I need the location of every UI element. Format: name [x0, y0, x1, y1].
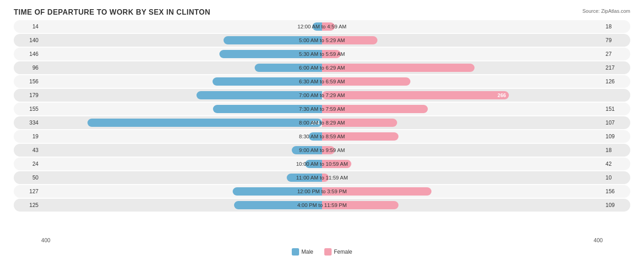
female-value: 18: [603, 147, 630, 153]
male-value: 155: [14, 106, 41, 112]
female-bar: 266: [322, 91, 509, 99]
male-value: 156: [14, 78, 41, 85]
chart-row: 1557:30 AM to 7:59 AM151: [14, 103, 630, 115]
male-value: 14: [14, 23, 41, 30]
bar-section: 6:00 AM to 6:29 AM: [41, 61, 603, 74]
legend: Male Female: [14, 248, 630, 256]
male-bar: 334: [87, 119, 322, 127]
male-value: 50: [14, 174, 41, 181]
female-value: 156: [603, 188, 630, 195]
male-value: 127: [14, 188, 41, 195]
female-value: 10: [603, 174, 630, 181]
time-label: 8:00 AM to 8:29 AM: [299, 120, 345, 125]
male-value: 146: [14, 51, 41, 57]
male-value: 24: [14, 161, 41, 167]
male-value: 334: [14, 120, 41, 126]
bar-section: 7:00 AM to 7:29 AM266: [41, 89, 603, 102]
chart-row: 3348:00 AM to 8:29 AM334107: [14, 116, 630, 129]
bar-section: 11:00 AM to 11:59 AM: [41, 171, 603, 184]
chart-title: TIME OF DEPARTURE TO WORK BY SEX IN CLIN…: [14, 8, 630, 16]
chart-row: 2410:00 AM to 10:59 AM42: [14, 158, 630, 170]
female-value: 107: [603, 120, 630, 126]
time-label: 5:30 AM to 5:59 AM: [299, 51, 345, 57]
female-value: 109: [603, 133, 630, 140]
female-value: 42: [603, 161, 630, 167]
time-label: 8:30 AM to 8:59 AM: [299, 134, 345, 139]
time-label: 7:30 AM to 7:59 AM: [299, 106, 345, 112]
chart-row: 1797:00 AM to 7:29 AM266: [14, 89, 630, 102]
legend-male: Male: [292, 248, 313, 256]
chart-container: TIME OF DEPARTURE TO WORK BY SEX IN CLIN…: [0, 0, 644, 272]
time-label: 10:00 AM to 10:59 AM: [296, 161, 348, 167]
male-value: 125: [14, 202, 41, 208]
male-value: 19: [14, 133, 41, 140]
time-label: 5:00 AM to 5:29 AM: [299, 38, 345, 43]
chart-row: 12712:00 PM to 3:59 PM156: [14, 185, 630, 198]
bar-section: 5:30 AM to 5:59 AM: [41, 48, 603, 60]
female-value: 109: [603, 202, 630, 208]
chart-row: 198:30 AM to 8:59 AM109: [14, 130, 630, 143]
female-value: 18: [603, 23, 630, 30]
time-label: 6:30 AM to 6:59 AM: [299, 79, 345, 84]
legend-female-box: [324, 248, 332, 256]
bar-section: 4:00 PM to 11:59 PM: [41, 199, 603, 212]
chart-row: 1405:00 AM to 5:29 AM79: [14, 34, 630, 47]
time-label: 6:00 AM to 6:29 AM: [299, 65, 345, 71]
source-label: Source: ZipAtlas.com: [582, 8, 630, 14]
male-value: 179: [14, 92, 41, 98]
chart-row: 1566:30 AM to 6:59 AM126: [14, 75, 630, 88]
chart-row: 1412:00 AM to 4:59 AM18: [14, 20, 630, 33]
bar-section: 7:30 AM to 7:59 AM: [41, 103, 603, 115]
legend-female-label: Female: [334, 249, 352, 255]
chart-area: 1412:00 AM to 4:59 AM181405:00 AM to 5:2…: [14, 20, 630, 234]
chart-row: 966:00 AM to 6:29 AM217: [14, 61, 630, 74]
axis-left: 400: [41, 237, 50, 244]
chart-row: 5011:00 AM to 11:59 AM10: [14, 171, 630, 184]
bar-section: 9:00 AM to 9:59 AM: [41, 144, 603, 157]
bar-section: 12:00 AM to 4:59 AM: [41, 20, 603, 33]
time-label: 9:00 AM to 9:59 AM: [299, 147, 345, 153]
chart-row: 439:00 AM to 9:59 AM18: [14, 144, 630, 157]
female-value: 27: [603, 51, 630, 57]
time-label: 7:00 AM to 7:29 AM: [299, 92, 345, 98]
male-value: 96: [14, 65, 41, 71]
legend-male-label: Male: [301, 249, 313, 255]
male-value: 43: [14, 147, 41, 153]
chart-row: 1465:30 AM to 5:59 AM27: [14, 48, 630, 60]
time-label: 12:00 PM to 3:59 PM: [297, 189, 347, 194]
bar-section: 5:00 AM to 5:29 AM: [41, 34, 603, 47]
female-value: 79: [603, 37, 630, 44]
time-label: 12:00 AM to 4:59 AM: [298, 24, 347, 29]
legend-male-box: [292, 248, 299, 256]
female-value: 217: [603, 65, 630, 71]
male-value: 140: [14, 37, 41, 44]
female-value: 126: [603, 78, 630, 85]
bar-section: 8:00 AM to 8:29 AM334: [41, 116, 603, 129]
bar-section: 8:30 AM to 8:59 AM: [41, 130, 603, 143]
bar-section: 6:30 AM to 6:59 AM: [41, 75, 603, 88]
chart-row: 1254:00 PM to 11:59 PM109: [14, 199, 630, 212]
bar-section: 12:00 PM to 3:59 PM: [41, 185, 603, 198]
axis-labels: 400 400: [14, 235, 630, 245]
female-value: 151: [603, 106, 630, 112]
bar-section: 10:00 AM to 10:59 AM: [41, 158, 603, 170]
axis-right: 400: [594, 237, 603, 244]
time-label: 4:00 PM to 11:59 PM: [297, 202, 347, 208]
legend-female: Female: [324, 248, 352, 256]
time-label: 11:00 AM to 11:59 AM: [296, 175, 348, 180]
